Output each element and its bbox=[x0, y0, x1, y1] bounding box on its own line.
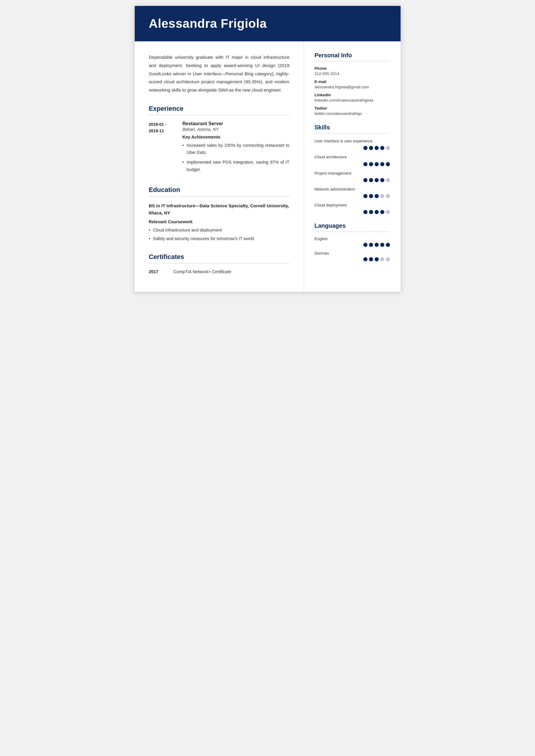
skill-item: User interface & user experience bbox=[315, 138, 390, 150]
certificates-section: Certificates 2017 CompTIA Network+ Certi… bbox=[149, 253, 290, 274]
linkedin-label: LinkedIn bbox=[315, 93, 390, 97]
dot-filled bbox=[380, 162, 384, 166]
skill-dots bbox=[315, 178, 390, 182]
dot-empty bbox=[386, 178, 390, 182]
skills-container: User interface & user experienceCloud ar… bbox=[315, 138, 390, 214]
skills-section: Skills User interface & user experienceC… bbox=[315, 124, 390, 214]
dot-filled bbox=[375, 243, 379, 247]
edu-degree: BS in IT Infrastructure—Data Science Spe… bbox=[149, 202, 290, 216]
dot-empty bbox=[380, 257, 384, 261]
experience-entry: 2018-01 - 2019-11 Restaurant Server Baha… bbox=[149, 121, 290, 176]
language-item: English bbox=[315, 236, 390, 247]
coursework-item: Safety and security measures for tomorro… bbox=[149, 235, 290, 242]
dot-filled bbox=[363, 162, 368, 166]
skill-dots bbox=[315, 210, 390, 214]
dot-filled bbox=[375, 194, 379, 198]
language-dots bbox=[315, 243, 390, 247]
dot-empty bbox=[380, 194, 384, 198]
personal-info-title: Personal Info bbox=[315, 52, 390, 59]
skill-item: Cloud deployment bbox=[315, 202, 390, 214]
dot-filled bbox=[380, 243, 384, 247]
cert-name: CompTIA Network+ Certificate bbox=[174, 269, 231, 274]
personal-info-divider bbox=[315, 61, 390, 62]
dot-empty bbox=[386, 146, 390, 150]
dot-filled bbox=[369, 243, 373, 247]
right-column: Personal Info Phone 212-555-3214 E-mail … bbox=[304, 41, 401, 292]
languages-container: EnglishGerman bbox=[315, 236, 390, 261]
coursework-title: Relevant Coursework bbox=[149, 219, 290, 224]
personal-info-section: Personal Info Phone 212-555-3214 E-mail … bbox=[315, 52, 390, 116]
dot-filled bbox=[375, 178, 379, 182]
experience-details: Restaurant Server Bahari, Astoria, NY Ke… bbox=[183, 121, 290, 176]
languages-title: Languages bbox=[315, 222, 390, 229]
education-title: Education bbox=[149, 186, 290, 194]
dot-filled bbox=[363, 243, 368, 247]
dot-filled bbox=[375, 146, 379, 150]
header: Alessandra Frigiola bbox=[135, 6, 401, 41]
experience-dates: 2018-01 - 2019-11 bbox=[149, 121, 176, 176]
candidate-name: Alessandra Frigiola bbox=[149, 16, 386, 31]
skills-divider bbox=[315, 133, 390, 133]
skill-item: Network administration bbox=[315, 186, 390, 198]
dot-filled bbox=[369, 257, 373, 261]
certificates-title: Certificates bbox=[149, 253, 290, 261]
twitter-value: twitter.com/alessandrafrigo bbox=[315, 111, 390, 116]
experience-section: Experience 2018-01 - 2019-11 Restaurant … bbox=[149, 105, 290, 176]
education-section: Education BS in IT Infrastructure—Data S… bbox=[149, 186, 290, 242]
key-achievements-title: Key Achievements bbox=[183, 135, 290, 139]
dot-filled bbox=[363, 210, 368, 214]
summary-text: Dependable university graduate with IT m… bbox=[149, 53, 290, 94]
linkedin-value: linkedin.com/in/alessandrafrigiola bbox=[315, 98, 390, 102]
certificates-divider bbox=[149, 263, 290, 263]
dot-filled bbox=[369, 162, 373, 166]
dot-filled bbox=[363, 178, 368, 182]
email-label: E-mail bbox=[315, 79, 390, 84]
skills-title: Skills bbox=[315, 124, 390, 131]
dot-filled bbox=[380, 210, 384, 214]
dot-filled bbox=[369, 146, 373, 150]
skill-name: Cloud deployment bbox=[315, 202, 390, 208]
languages-section: Languages EnglishGerman bbox=[315, 222, 390, 261]
dot-filled bbox=[363, 194, 368, 198]
cert-entry: 2017 CompTIA Network+ Certificate bbox=[149, 269, 290, 274]
dot-empty bbox=[386, 194, 390, 198]
dot-filled bbox=[380, 178, 384, 182]
languages-divider bbox=[315, 231, 390, 232]
dot-filled bbox=[380, 146, 384, 150]
language-name: German bbox=[315, 251, 390, 256]
achievements-list: Increased sales by 230% by connecting re… bbox=[183, 142, 290, 173]
job-company: Bahari, Astoria, NY bbox=[183, 127, 290, 132]
phone-label: Phone bbox=[315, 66, 390, 70]
skill-name: Project management bbox=[315, 170, 390, 176]
skill-item: Project management bbox=[315, 170, 390, 182]
dot-empty bbox=[386, 210, 390, 214]
skill-name: Cloud architecture bbox=[315, 154, 390, 160]
dot-filled bbox=[363, 257, 368, 261]
achievement-item: Implemented new POS integration, saving … bbox=[183, 159, 290, 173]
coursework-list: Cloud infrastructure and deployment Safe… bbox=[149, 227, 290, 242]
language-dots bbox=[315, 257, 390, 261]
coursework-item: Cloud infrastructure and deployment bbox=[149, 227, 290, 234]
dot-filled bbox=[375, 162, 379, 166]
skill-dots bbox=[315, 146, 390, 150]
dot-filled bbox=[369, 210, 373, 214]
dot-filled bbox=[386, 162, 390, 166]
left-column: Dependable university graduate with IT m… bbox=[135, 41, 304, 292]
skill-dots bbox=[315, 162, 390, 166]
dot-filled bbox=[375, 257, 379, 261]
phone-value: 212-555-3214 bbox=[315, 71, 390, 76]
dot-filled bbox=[363, 146, 368, 150]
achievement-item: Increased sales by 230% by connecting re… bbox=[183, 142, 290, 156]
dot-filled bbox=[369, 194, 373, 198]
twitter-label: Twitter bbox=[315, 106, 390, 110]
main-content: Dependable university graduate with IT m… bbox=[135, 41, 401, 292]
dot-empty bbox=[386, 257, 390, 261]
resume-container: Alessandra Frigiola Dependable universit… bbox=[135, 6, 401, 292]
dot-filled bbox=[386, 243, 390, 247]
skill-name: Network administration bbox=[315, 186, 390, 192]
skill-dots bbox=[315, 194, 390, 198]
date-start: 2018-01 - bbox=[149, 121, 176, 127]
language-item: German bbox=[315, 251, 390, 261]
language-name: English bbox=[315, 236, 390, 241]
date-end: 2019-11 bbox=[149, 127, 176, 134]
